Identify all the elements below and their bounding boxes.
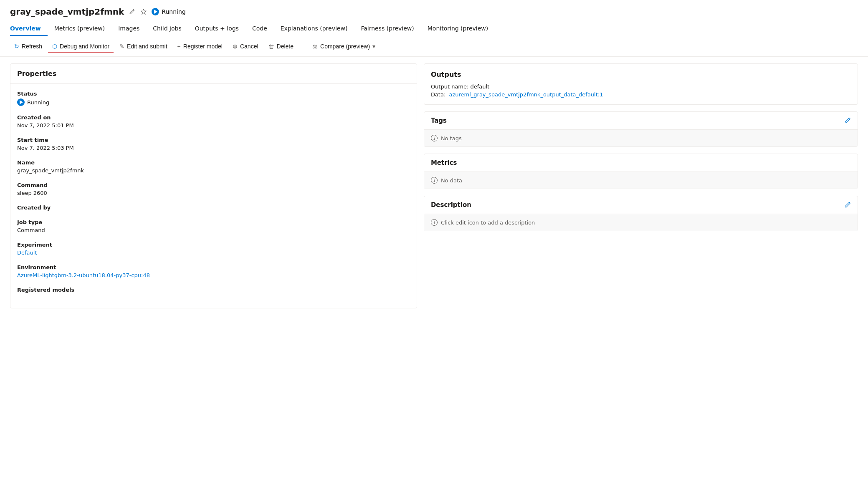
register-model-button[interactable]: + Register model: [173, 40, 227, 52]
properties-title: Properties: [10, 64, 417, 84]
description-header: Description: [424, 196, 858, 214]
outputs-card: Outputs Output name: default Data: azure…: [424, 63, 858, 105]
job-type-value: Command: [17, 227, 410, 233]
command-row: Command sleep 2600: [17, 182, 410, 196]
right-panel: Outputs Output name: default Data: azure…: [424, 63, 858, 470]
edit-icon: ✎: [119, 43, 124, 50]
created-on-row: Created on Nov 7, 2022 5:01 PM: [17, 114, 410, 129]
delete-icon: 🗑: [268, 43, 274, 50]
properties-body: Status Running Created on Nov 7, 2022 5:…: [10, 84, 417, 308]
job-type-label: Job type: [17, 219, 410, 225]
name-label: Name: [17, 159, 410, 166]
description-title: Description: [431, 201, 471, 209]
experiment-row: Experiment Default: [17, 242, 410, 256]
tags-title: Tags: [431, 117, 447, 124]
experiment-label: Experiment: [17, 242, 410, 248]
compare-icon: ⚖: [312, 43, 318, 50]
page-header: gray_spade_vmtjp2fmnk Running Overview M…: [0, 0, 868, 36]
status-text: Running: [162, 8, 185, 15]
no-data-row: ℹ No data: [431, 177, 851, 184]
command-label: Command: [17, 182, 410, 188]
tab-outputs-logs[interactable]: Outputs + logs: [188, 22, 245, 36]
toolbar: ↻ Refresh ⬡ Debug and Monitor ✎ Edit and…: [0, 36, 868, 57]
tags-header: Tags: [424, 112, 858, 130]
status-running-icon: [17, 98, 25, 106]
cancel-icon: ⊗: [233, 43, 238, 50]
created-on-label: Created on: [17, 114, 410, 121]
start-time-value: Nov 7, 2022 5:03 PM: [17, 145, 410, 151]
job-type-row: Job type Command: [17, 219, 410, 233]
favorite-button[interactable]: [140, 8, 147, 15]
delete-button[interactable]: 🗑 Delete: [264, 40, 298, 52]
name-row: Name gray_spade_vmtjp2fmnk: [17, 159, 410, 174]
tab-images[interactable]: Images: [111, 22, 146, 36]
created-by-label: Created by: [17, 204, 410, 211]
registered-models-label: Registered models: [17, 287, 410, 293]
debug-label: Debug and Monitor: [60, 43, 109, 50]
description-placeholder-text: Click edit icon to add a description: [441, 220, 535, 226]
refresh-icon: ↻: [14, 43, 19, 50]
status-label: Status: [17, 91, 410, 97]
tags-body: ℹ No tags: [424, 130, 858, 146]
registered-models-row: Registered models: [17, 287, 410, 293]
command-value: sleep 2600: [17, 190, 410, 196]
metrics-card: Metrics ℹ No data: [424, 154, 858, 189]
start-time-label: Start time: [17, 137, 410, 143]
created-by-row: Created by: [17, 204, 410, 211]
environment-row: Environment AzureML-lightgbm-3.2-ubuntu1…: [17, 264, 410, 278]
no-tags-row: ℹ No tags: [431, 135, 851, 141]
debug-icon: ⬡: [52, 43, 57, 50]
output-data-row: Data: azureml_gray_spade_vmtjp2fmnk_outp…: [431, 91, 851, 98]
edit-title-button[interactable]: [128, 8, 136, 15]
register-label: Register model: [183, 43, 223, 50]
edit-submit-button[interactable]: ✎ Edit and submit: [115, 40, 172, 52]
properties-panel: Properties Status Running Created on Nov…: [10, 63, 417, 470]
status-value-row: Running: [17, 98, 410, 106]
running-icon: [152, 8, 159, 15]
experiment-value[interactable]: Default: [17, 250, 410, 256]
cancel-label: Cancel: [240, 43, 258, 50]
tab-monitoring[interactable]: Monitoring (preview): [421, 22, 495, 36]
edit-label: Edit and submit: [127, 43, 167, 50]
description-placeholder-row: ℹ Click edit icon to add a description: [431, 219, 851, 226]
no-data-text: No data: [441, 177, 462, 184]
compare-button[interactable]: ⚖ Compare (preview) ▾: [308, 40, 380, 52]
refresh-label: Refresh: [22, 43, 42, 50]
tab-code[interactable]: Code: [245, 22, 274, 36]
tab-explanations[interactable]: Explanations (preview): [274, 22, 354, 36]
output-data-link[interactable]: azureml_gray_spade_vmtjp2fmnk_output_dat…: [449, 91, 603, 98]
page-title: gray_spade_vmtjp2fmnk: [10, 7, 124, 17]
tags-edit-button[interactable]: [844, 117, 851, 124]
tab-child-jobs[interactable]: Child jobs: [146, 22, 188, 36]
tab-fairness[interactable]: Fairness (preview): [354, 22, 420, 36]
title-row: gray_spade_vmtjp2fmnk Running: [10, 7, 858, 17]
description-body: ℹ Click edit icon to add a description: [424, 214, 858, 231]
name-value: gray_spade_vmtjp2fmnk: [17, 167, 410, 174]
status-row: Status Running: [17, 91, 410, 106]
svg-marker-0: [141, 9, 146, 14]
debug-monitor-button[interactable]: ⬡ Debug and Monitor: [48, 40, 114, 52]
cancel-button[interactable]: ⊗ Cancel: [228, 40, 263, 52]
start-time-row: Start time Nov 7, 2022 5:03 PM: [17, 137, 410, 151]
metrics-info-icon: ℹ: [431, 177, 438, 184]
main-content: Properties Status Running Created on Nov…: [0, 57, 868, 477]
output-name-row: Output name: default: [431, 83, 851, 90]
metrics-title: Metrics: [431, 159, 457, 167]
output-data-label: Data:: [431, 91, 445, 98]
properties-card: Properties Status Running Created on Nov…: [10, 63, 417, 308]
metrics-header: Metrics: [424, 154, 858, 172]
tab-metrics[interactable]: Metrics (preview): [48, 22, 111, 36]
tab-overview[interactable]: Overview: [10, 22, 48, 36]
tags-card: Tags ℹ No tags: [424, 111, 858, 147]
refresh-button[interactable]: ↻ Refresh: [10, 40, 46, 52]
nav-tabs: Overview Metrics (preview) Images Child …: [10, 22, 858, 36]
status-value: Running: [27, 99, 49, 106]
created-on-value: Nov 7, 2022 5:01 PM: [17, 122, 410, 129]
description-edit-button[interactable]: [844, 202, 851, 208]
delete-label: Delete: [277, 43, 294, 50]
toolbar-divider: [303, 41, 303, 51]
compare-label: Compare (preview): [320, 43, 370, 50]
no-tags-text: No tags: [441, 135, 462, 141]
environment-value[interactable]: AzureML-lightgbm-3.2-ubuntu18.04-py37-cp…: [17, 272, 410, 278]
plus-icon: +: [177, 43, 181, 50]
